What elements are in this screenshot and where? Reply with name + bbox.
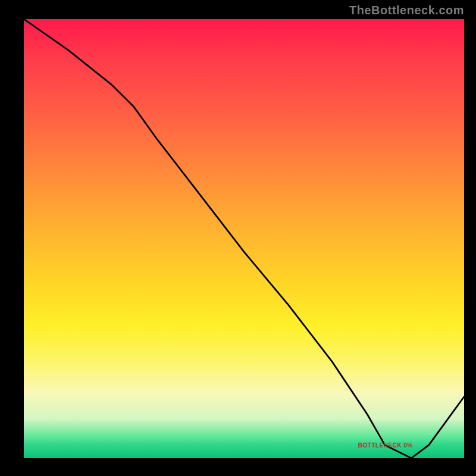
watermark-text: TheBottleneck.com [349, 4, 464, 17]
bottleneck-curve [24, 19, 464, 458]
plot-area: BOTTLENECK 0% [24, 19, 464, 458]
chart-frame: TheBottleneck.com BOTTLENECK 0% [0, 0, 476, 476]
curve-path [24, 19, 464, 458]
bottleneck-zero-label: BOTTLENECK 0% [358, 442, 413, 449]
